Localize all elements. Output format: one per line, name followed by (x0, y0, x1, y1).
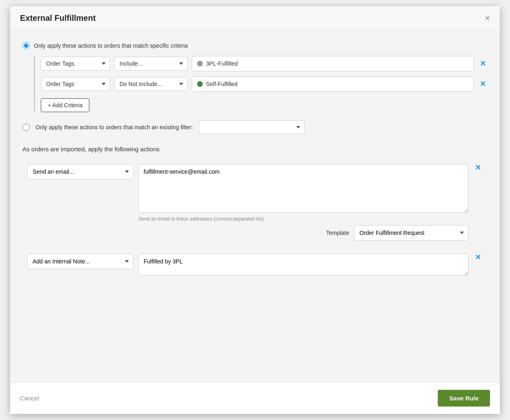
action1-select[interactable]: Send an email... (27, 164, 133, 179)
radio-specific-criteria-row: Only apply these actions to orders that … (22, 42, 488, 49)
radio-existing-filter[interactable] (22, 124, 30, 131)
criteria-row-2: Order Tags Do Not Include... Self-Fulfil… (41, 76, 488, 92)
criteria-row1-remove-button[interactable]: ✕ (478, 60, 488, 67)
criteria-row2-remove-button[interactable]: ✕ (478, 80, 488, 88)
radio-specific-criteria[interactable] (22, 42, 30, 49)
criteria-row-1: Order Tags Include... 3PL-Fulfilled ✕ (41, 56, 488, 71)
modal-footer: Cancel Save Rule (10, 382, 500, 414)
criteria-row1-tag-text: 3PL-Fulfilled (206, 60, 238, 67)
modal-body: Only apply these actions to orders that … (10, 31, 500, 382)
criteria-row2-tag-dot (197, 81, 203, 87)
action1-content: fulfillment-service@email.com Send an em… (138, 164, 468, 241)
actions-section: As orders are imported, apply the follow… (22, 146, 488, 281)
criteria-inner: Order Tags Include... 3PL-Fulfilled ✕ Or… (41, 56, 488, 112)
email-hint: Send an email to these addresses (comma-… (138, 216, 468, 222)
criteria-row2-tag-select[interactable]: Order Tags (41, 77, 110, 91)
criteria-row2-tag-field: Self-Fulfilled (192, 76, 474, 92)
radio-existing-filter-label: Only apply these actions to orders that … (35, 124, 193, 130)
add-criteria-button[interactable]: + Add Criteria (41, 98, 89, 112)
template-select[interactable]: Order Fulfillment Request (354, 225, 468, 241)
action-row-note: Add an Internal Note... Fulfilled by 3PL… (22, 249, 488, 281)
criteria-row2-include-select[interactable]: Do Not Include... (114, 77, 188, 91)
template-label: Template (326, 230, 349, 236)
action2-content: Fulfilled by 3PL (138, 254, 468, 276)
note-textarea[interactable]: Fulfilled by 3PL (138, 254, 468, 276)
action-row-email: Send an email... fulfillment-service@ema… (22, 159, 488, 245)
criteria-row1-tag-dot (197, 61, 203, 66)
close-button[interactable]: × (485, 14, 490, 23)
criteria-row2-tag-text: Self-Fulfilled (206, 81, 237, 87)
criteria-row1-tag-select[interactable]: Order Tags (41, 57, 110, 71)
modal-header: External Fulfillment × (10, 6, 500, 31)
criteria-row1-tag-field: 3PL-Fulfilled (192, 56, 474, 71)
criteria-vertical-bar (34, 56, 35, 112)
modal-title: External Fulfillment (20, 13, 96, 23)
save-rule-button[interactable]: Save Rule (438, 390, 490, 407)
template-row: Template Order Fulfillment Request (138, 225, 468, 241)
cancel-button[interactable]: Cancel (20, 395, 39, 402)
criteria-row1-include-select[interactable]: Include... (114, 57, 188, 71)
actions-heading: As orders are imported, apply the follow… (22, 146, 488, 153)
action1-remove-button[interactable]: ✕ (473, 164, 483, 171)
action2-remove-button[interactable]: ✕ (473, 254, 483, 261)
modal: External Fulfillment × Only apply these … (10, 6, 500, 414)
email-textarea[interactable]: fulfillment-service@email.com (138, 164, 468, 213)
radio-existing-filter-row: Only apply these actions to orders that … (22, 120, 488, 134)
action2-select[interactable]: Add an Internal Note... (27, 254, 133, 269)
radio-specific-criteria-label: Only apply these actions to orders that … (34, 42, 188, 49)
existing-filter-select[interactable] (199, 120, 305, 134)
